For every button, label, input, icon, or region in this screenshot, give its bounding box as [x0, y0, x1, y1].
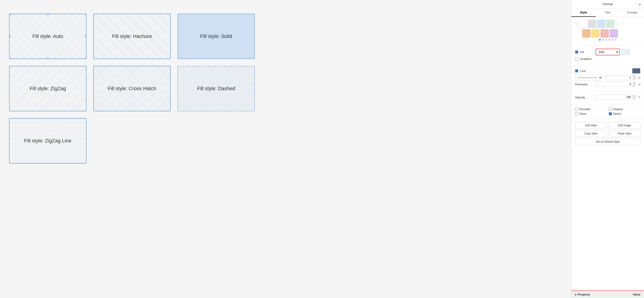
dot-4 [608, 39, 610, 41]
handle-ml[interactable] [9, 35, 11, 37]
swatch-lavender[interactable] [610, 29, 618, 37]
tab-bar: Style Text Arrange [572, 8, 644, 17]
shadow-item: Shadow [609, 108, 640, 111]
gradient-row: Gradient [575, 57, 640, 61]
line-style-select[interactable]: ────────── - - - - - - · · · · · · [575, 75, 602, 80]
swatches-prev-button[interactable]: ‹ [575, 22, 578, 26]
edit-style-button[interactable]: Edit Style [575, 122, 607, 129]
shape-dashed-label: Fill style: Dashed [197, 86, 235, 92]
shape-dashed[interactable]: Fill style: Dashed [178, 66, 255, 111]
opacity-section: Opacity ▲ ▼ % [572, 93, 644, 103]
swatch-orange[interactable] [582, 29, 590, 37]
shape-crosshatch[interactable]: Fill style: Cross Hatch [93, 66, 171, 111]
rounded-label: Rounded [579, 108, 590, 111]
shadow-checkbox[interactable] [609, 108, 612, 111]
paste-style-button[interactable]: Paste Style [609, 130, 640, 137]
property-chevron-icon[interactable]: ▶ [575, 293, 577, 296]
canvas-area: ↻ Fill style: Auto Fill style: Hachure F… [0, 0, 571, 298]
swatch-pink[interactable] [600, 29, 609, 37]
swatch-light-blue[interactable] [597, 20, 605, 28]
perimeter-up[interactable]: ▲ [632, 82, 636, 84]
opacity-label: Opacity [575, 96, 589, 99]
property-label: Property [578, 293, 590, 296]
handle-mr[interactable] [85, 35, 86, 37]
divider-4 [572, 104, 644, 105]
copy-style-button[interactable]: Copy Style [575, 130, 607, 137]
fill-checkbox[interactable] [575, 50, 578, 54]
dot-3 [605, 39, 607, 41]
shape-hachure[interactable]: Fill style: Hachure [93, 14, 171, 59]
divider-2 [572, 66, 644, 66]
divider-5 [572, 119, 644, 119]
set-default-button[interactable]: Set as Default Style [575, 138, 640, 145]
line-style-row: ────────── - - - - - - · · · · · · ▲ ▼ p… [575, 75, 640, 80]
shape-zigzag-line-label: Fill style: ZigZag Line [24, 138, 72, 144]
handle-tl[interactable] [9, 14, 11, 15]
panel-title: Format [602, 2, 612, 6]
shape-solid[interactable]: Fill style: Solid [178, 14, 255, 59]
swatches-section: ‹ › [572, 17, 644, 44]
line-width-input[interactable] [606, 75, 632, 80]
fill-row: Fill Auto Hachure Solid ZigZag Cross Hat… [575, 49, 640, 55]
fill-color-swatch[interactable] [622, 49, 630, 55]
swatch-light-gray[interactable] [588, 20, 596, 28]
line-width-up[interactable]: ▲ [632, 75, 636, 78]
swatches-next-button[interactable]: › [615, 22, 618, 26]
perimeter-down[interactable]: ▼ [632, 84, 636, 87]
perimeter-input[interactable] [596, 82, 632, 87]
opacity-unit: % [638, 96, 640, 99]
sketch-label: Sketch [613, 112, 622, 115]
handle-br[interactable] [85, 57, 86, 59]
handle-tr[interactable] [85, 14, 86, 15]
tab-style[interactable]: Style [572, 8, 596, 17]
swatch-yellow[interactable] [592, 29, 600, 37]
shape-auto[interactable]: ↻ Fill style: Auto [9, 14, 86, 59]
handle-bm[interactable] [47, 57, 49, 59]
opacity-row: Opacity ▲ ▼ % [575, 95, 640, 100]
line-checkbox[interactable] [575, 69, 578, 72]
shape-auto-label: Fill style: Auto [32, 33, 63, 39]
rounded-checkbox[interactable] [575, 108, 578, 111]
gradient-checkbox[interactable] [575, 57, 578, 61]
opacity-spinner: ▲ ▼ [595, 95, 636, 100]
shape-zigzag-label: Fill style: ZigZag [30, 86, 66, 92]
property-table-header: ▶ Property Value [572, 291, 644, 298]
value-label: Value [632, 293, 640, 296]
edit-image-button[interactable]: Edit Image [609, 122, 640, 129]
line-width-down[interactable]: ▼ [632, 78, 636, 80]
fill-mode-select[interactable]: Auto Hachure Solid ZigZag Cross Hatch Da… [596, 49, 619, 55]
shape-crosshatch-label: Fill style: Cross Hatch [108, 86, 156, 92]
line-width-unit: pt [638, 76, 640, 79]
opacity-down[interactable]: ▼ [632, 97, 636, 100]
swatch-white[interactable] [579, 20, 587, 28]
perimeter-row: Perimeter ▲ ▼ pt [575, 82, 640, 87]
dot-6 [615, 39, 617, 41]
swatches-row-1: ‹ › [575, 20, 640, 28]
opacity-input[interactable] [595, 95, 632, 100]
opacity-up[interactable]: ▲ [632, 95, 636, 97]
shape-zigzag[interactable]: Fill style: ZigZag [9, 66, 86, 111]
shadow-label: Shadow [613, 108, 623, 111]
swatch-light-green[interactable] [606, 20, 614, 28]
shape-zigzag-line[interactable]: Fill style: ZigZag Line [9, 118, 86, 163]
perimeter-arrows: ▲ ▼ [632, 82, 636, 87]
swatches-row-2 [575, 29, 640, 37]
fill-select-wrapper: Auto Hachure Solid ZigZag Cross Hatch Da… [596, 49, 620, 55]
shape-solid-label: Fill style: Solid [200, 33, 232, 39]
glass-checkbox[interactable] [575, 112, 578, 115]
line-color-swatch[interactable] [632, 68, 640, 74]
perimeter-unit: pt [638, 83, 640, 86]
line-width-spinner: ▲ ▼ [606, 75, 636, 80]
dot-2 [602, 39, 604, 41]
collapse-button[interactable]: ▲ [638, 2, 641, 6]
sketch-checkbox[interactable] [609, 112, 612, 115]
gradient-label: Gradient [580, 57, 594, 61]
handle-bl[interactable] [9, 57, 11, 59]
tab-arrange[interactable]: Arrange [620, 8, 644, 17]
action-buttons: Edit Style Edit Image Copy Style Paste S… [572, 120, 644, 148]
handle-tm[interactable] [47, 14, 49, 15]
perimeter-spinner: ▲ ▼ [595, 82, 636, 87]
fill-section: Fill Auto Hachure Solid ZigZag Cross Hat… [572, 47, 644, 64]
panel-header: Format ▲ [572, 0, 644, 8]
tab-text[interactable]: Text [596, 8, 620, 17]
